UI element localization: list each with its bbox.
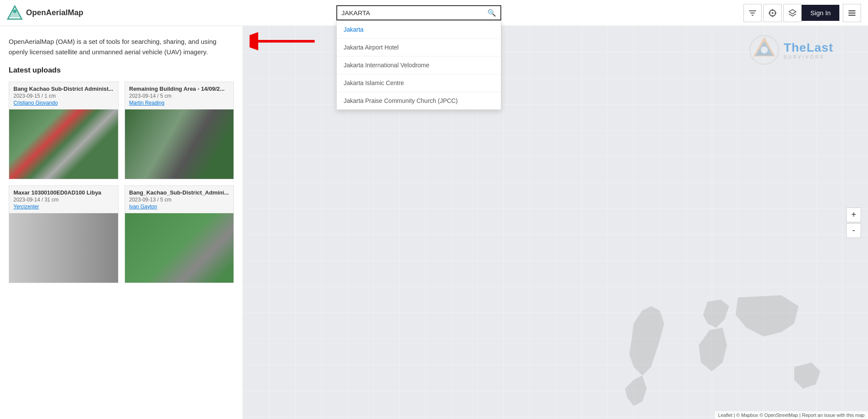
zoom-in-button[interactable]: + [846,208,861,222]
watermark-sub-text: SURVIVORS [784,55,833,59]
sign-in-button[interactable]: Sign In [802,5,839,21]
svg-point-2 [13,10,16,13]
latest-uploads-title: Latest uploads [9,66,234,75]
world-map [608,289,868,419]
watermark-main-text: TheLast [784,41,833,55]
upload-title-2: Maxar 10300100ED0AD100 Libya [13,189,114,196]
location-button[interactable] [763,4,782,22]
filter-button[interactable] [743,4,762,22]
upload-author-1[interactable]: Martin Reading [129,100,230,106]
upload-author-3[interactable]: Ivan Gayton [129,204,230,210]
header: OpenAerialMap 🔍 JakartaJakarta Airport H… [0,0,868,26]
search-dropdown-item-4[interactable]: Jakarta Praise Community Church (JPCC) [337,92,501,109]
search-dropdown: JakartaJakarta Airport HotelJakarta Inte… [336,20,501,110]
search-button[interactable]: 🔍 [487,9,496,17]
menu-button[interactable] [843,4,861,22]
header-right: Sign In [802,4,861,22]
search-dropdown-item-1[interactable]: Jakarta Airport Hotel [337,39,501,56]
upload-meta-3: 2023-09-13 / 5 cm [129,197,230,203]
hamburger-icon [848,9,856,17]
watermark-text-area: TheLast SURVIVORS [784,41,833,59]
map-watermark: TheLast SURVIVORS [749,35,833,65]
upload-meta-1: 2023-09-14 / 5 cm [129,93,230,99]
map-attribution: Leaflet | © Mapbox © OpenStreetMap | Rep… [715,411,868,419]
sidebar-description: OpenAerialMap (OAM) is a set of tools fo… [9,36,234,57]
logo-icon [7,5,23,21]
search-dropdown-item-0[interactable]: Jakarta [337,21,501,39]
upload-image-3 [125,213,234,283]
upload-author-2[interactable]: Yerçizenler [13,204,114,210]
svg-point-7 [772,12,773,14]
header-controls [743,4,802,22]
upload-title-1: Remaining Building Area - 14/09/2... [129,86,230,92]
search-dropdown-item-2[interactable]: Jakarta International Velodrome [337,56,501,74]
upload-image-2 [9,213,118,283]
upload-author-0[interactable]: Cristiano Giovando [13,100,114,106]
search-input[interactable] [342,9,487,16]
upload-card-3[interactable]: Bang_Kachao_Sub-District_Admini...2023-0… [125,185,234,283]
svg-marker-12 [789,10,796,14]
header-center: 🔍 JakartaJakarta Airport HotelJakarta In… [94,5,743,20]
layers-icon [788,9,797,17]
search-dropdown-item-3[interactable]: Jakarta Islamic Centre [337,74,501,92]
upload-image-1 [125,109,234,179]
search-container: 🔍 JakartaJakarta Airport HotelJakarta In… [336,5,501,20]
upload-card-2[interactable]: Maxar 10300100ED0AD100 Libya2023-09-14 /… [9,185,118,283]
location-icon [768,9,777,17]
thelast-logo [749,35,779,65]
upload-title-0: Bang Kachao Sub-District Administ... [13,86,114,92]
sidebar: OpenAerialMap (OAM) is a set of tools fo… [0,26,243,419]
zoom-controls: + - [846,208,861,238]
logo-area: OpenAerialMap [7,5,94,21]
filter-icon [748,9,757,17]
upload-meta-2: 2023-09-14 / 31 cm [13,197,114,203]
logo-text: OpenAerialMap [26,8,83,17]
upload-card-0[interactable]: Bang Kachao Sub-District Administ...2023… [9,82,118,179]
uploads-grid: Bang Kachao Sub-District Administ...2023… [9,82,234,283]
search-input-wrapper: 🔍 [336,5,501,20]
upload-card-1[interactable]: Remaining Building Area - 14/09/2...2023… [125,82,234,179]
upload-meta-0: 2023-09-15 / 1 cm [13,93,114,99]
layers-button[interactable] [783,4,802,22]
upload-image-0 [9,109,118,179]
upload-title-3: Bang_Kachao_Sub-District_Admini... [129,189,230,196]
zoom-out-button[interactable]: - [846,223,861,238]
svg-point-17 [761,46,768,53]
